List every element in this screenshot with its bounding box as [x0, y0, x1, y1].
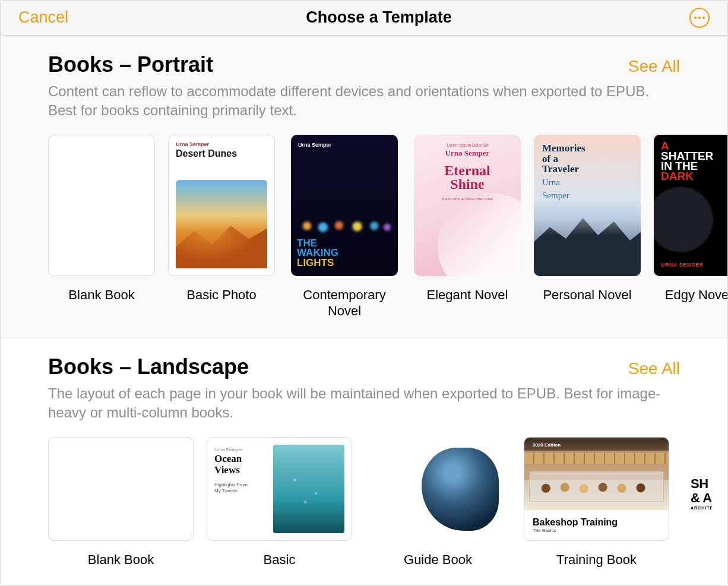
template-chooser-window: Cancel Choose a Template Books – Portrai… — [0, 0, 728, 586]
template-training-book[interactable]: 2020 Edition Bakeshop Training The Basic… — [524, 437, 669, 568]
ocean-photo-icon — [273, 445, 344, 533]
cover-text: Lorem Ipsum Dolor Sit Urna Semper Eterna… — [414, 135, 521, 276]
see-all-button-landscape[interactable]: See All — [628, 359, 680, 378]
template-thumbnail: Memories of a Traveler Urna Semper — [534, 135, 641, 276]
dialog-title: Choose a Template — [306, 8, 452, 27]
template-thumbnail: Urna Semper Ocean Views Highlights From … — [207, 437, 352, 541]
cover-title: Desert Dunes — [176, 148, 237, 159]
template-thumbnail: A SHATTER IN THE DARK URNA SEMPER — [654, 135, 727, 276]
template-basic-photo[interactable]: Urna Semper Desert Dunes Basic Photo — [168, 135, 275, 319]
section-title: Books – Portrait — [48, 52, 213, 77]
template-label: Contemporary Novel — [288, 287, 401, 319]
template-thumbnail: Urna Semper THE WAKING LIGHTS — [291, 135, 398, 276]
section-description: The layout of each page in your book wil… — [48, 384, 678, 423]
see-all-button-portrait[interactable]: See All — [628, 57, 680, 76]
cover-photo-icon — [176, 180, 267, 268]
cover-title: THE WAKING LIGHTS — [297, 239, 338, 267]
cover-title: A SHATTER IN THE DARK — [661, 141, 713, 181]
template-thumbnail: 2020 Edition Bakeshop Training The Basic… — [524, 437, 669, 541]
cover-author: URNA SEMPER — [661, 262, 704, 268]
cover-text: Bakeshop Training The Basics — [533, 516, 660, 533]
cover-text: Memories of a Traveler Urna Semper — [542, 143, 585, 201]
cancel-button[interactable]: Cancel — [18, 8, 68, 27]
template-label: Personal Novel — [543, 287, 631, 303]
section-books-landscape: Books – Landscape See All The layout of … — [1, 338, 727, 585]
bokeh-icon — [291, 213, 398, 239]
template-label: Basic — [264, 552, 296, 568]
template-blank-book-landscape[interactable]: Blank Book — [48, 437, 194, 568]
cover-author: Urna Semper — [176, 141, 209, 147]
template-label: Blank Book — [88, 552, 154, 568]
section-header: Books – Landscape See All The layout of … — [1, 354, 727, 423]
template-basic-landscape[interactable]: Urna Semper Ocean Views Highlights From … — [207, 437, 352, 568]
cover-text: Urna Semper Exploring Wildlife — [374, 445, 417, 472]
more-options-button[interactable] — [689, 8, 710, 28]
section-header: Books – Portrait See All Content can ref… — [1, 52, 727, 121]
template-partial-landscape[interactable]: SH & A ARCHITEC — [682, 437, 712, 568]
template-thumbnail: Lorem Ipsum Dolor Sit Urna Semper Eterna… — [414, 135, 521, 276]
template-thumbnail: SH & A ARCHITEC — [682, 437, 712, 541]
template-elegant-novel[interactable]: Lorem Ipsum Dolor Sit Urna Semper Eterna… — [414, 135, 521, 319]
header-bar: Cancel Choose a Template — [1, 1, 727, 36]
template-thumbnail: Urna Semper Desert Dunes — [168, 135, 275, 276]
template-personal-novel[interactable]: Memories of a Traveler Urna Semper Perso… — [534, 135, 641, 319]
section-description: Content can reflow to accommodate differ… — [48, 82, 678, 121]
template-scroller-landscape[interactable]: Blank Book Urna Semper Ocean Views Highl… — [1, 423, 727, 580]
ellipsis-icon — [694, 17, 705, 19]
template-blank-book[interactable]: Blank Book — [48, 135, 155, 319]
template-label: Basic Photo — [186, 287, 256, 303]
bakery-photo-icon — [524, 438, 669, 510]
template-label: Blank Book — [68, 287, 134, 303]
template-contemporary-novel[interactable]: Urna Semper THE WAKING LIGHTS Contempora… — [288, 135, 401, 319]
cover-text: Urna Semper Ocean Views Highlights From … — [214, 447, 274, 495]
template-thumbnail — [48, 437, 194, 541]
section-title: Books – Landscape — [48, 354, 249, 379]
bubbles-icon — [425, 517, 502, 535]
template-label: Edgy Novel — [665, 287, 727, 303]
template-thumbnail: Urna Semper Exploring Wildlife — [365, 437, 511, 541]
template-label: Guide Book — [404, 552, 472, 568]
template-scroller-portrait[interactable]: Blank Book Urna Semper Desert Dunes Basi… — [1, 121, 727, 331]
template-guide-book[interactable]: Urna Semper Exploring Wildlife Guide Boo… — [365, 437, 511, 568]
template-label: Training Book — [556, 552, 637, 568]
cover-author: Urna Semper — [298, 142, 331, 148]
template-edgy-novel[interactable]: A SHATTER IN THE DARK URNA SEMPER Edgy N… — [654, 135, 727, 319]
template-thumbnail — [48, 135, 155, 276]
cover-edition: 2020 Edition — [533, 442, 561, 448]
section-books-portrait: Books – Portrait See All Content can ref… — [1, 36, 727, 338]
template-label: Elegant Novel — [427, 287, 508, 303]
